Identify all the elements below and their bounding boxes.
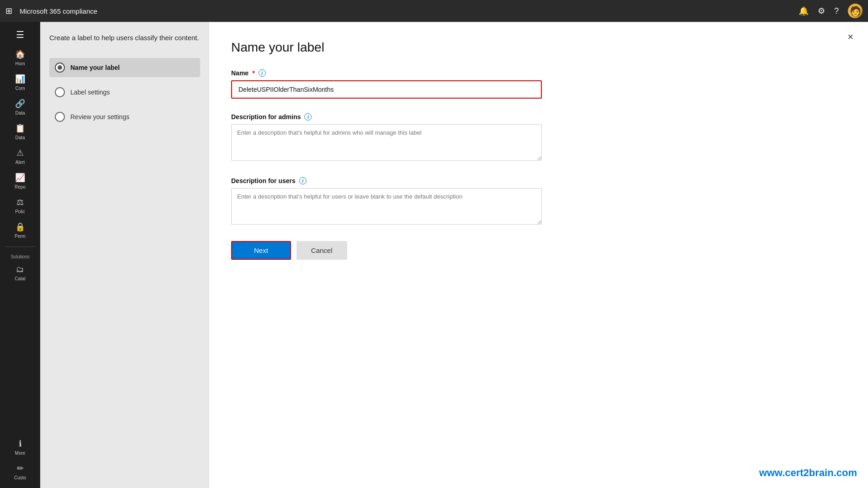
- btn-row: Next Cancel: [231, 241, 846, 260]
- help-icon[interactable]: ?: [834, 6, 839, 16]
- wizard-panel: Create a label to help users classify th…: [40, 22, 209, 488]
- solutions-label: Solutions: [0, 251, 40, 261]
- form-panel: Name your label Name * i Description for…: [209, 22, 868, 488]
- name-info-icon[interactable]: i: [259, 69, 266, 77]
- admin-desc-label: Description for admins: [231, 113, 301, 121]
- name-input[interactable]: [233, 82, 540, 97]
- wizard-step-settings[interactable]: Label settings: [49, 83, 200, 102]
- topbar: ⊞ Microsoft 365 compliance 🔔 ⚙ ? 🧑: [0, 0, 868, 22]
- name-group: Name * i: [231, 69, 542, 99]
- wizard-step-circle-2: [55, 87, 65, 97]
- hamburger-icon[interactable]: ☰: [0, 26, 40, 44]
- next-button[interactable]: Next: [231, 241, 291, 260]
- wizard-description: Create a label to help users classify th…: [49, 33, 200, 43]
- user-desc-textarea[interactable]: [231, 188, 542, 225]
- sidebar-divider: [5, 247, 35, 247]
- topbar-icons: 🔔 ⚙ ? 🧑: [799, 4, 863, 18]
- sidebar: ☰ 🏠 Hom 📊 Com 🔗 Data 📋 Data ⚠ Alert 📈 Re…: [0, 22, 40, 488]
- admin-desc-textarea[interactable]: [231, 124, 542, 161]
- sidebar-item-permissions[interactable]: 🔒 Perm: [0, 218, 40, 243]
- sidebar-item-home[interactable]: 🏠 Hom: [0, 46, 40, 70]
- wizard-step-name[interactable]: Name your label: [49, 58, 200, 77]
- sidebar-item-more[interactable]: ℹ More: [0, 435, 40, 460]
- sidebar-item-customize[interactable]: ✏ Custo: [0, 460, 40, 484]
- user-desc-label-row: Description for users i: [231, 177, 542, 184]
- sidebar-item-data1[interactable]: 🔗 Data: [0, 95, 40, 120]
- user-desc-label: Description for users: [231, 177, 296, 184]
- wizard-step-review[interactable]: Review your settings: [49, 107, 200, 126]
- name-label-row: Name * i: [231, 69, 542, 77]
- bell-icon[interactable]: 🔔: [799, 6, 809, 16]
- grid-icon[interactable]: ⊞: [5, 6, 12, 16]
- avatar[interactable]: 🧑: [848, 4, 863, 18]
- close-button[interactable]: ×: [844, 29, 857, 45]
- sidebar-item-reports[interactable]: 📈 Repo: [0, 169, 40, 194]
- settings-icon[interactable]: ⚙: [818, 6, 825, 16]
- sidebar-item-catalog[interactable]: 🗂 Catal: [0, 261, 40, 285]
- content-area: × Name your label Name * i Description f…: [209, 22, 868, 488]
- name-label: Name: [231, 69, 249, 77]
- wizard-step-circle-3: [55, 112, 65, 122]
- sidebar-item-alerts[interactable]: ⚠ Alert: [0, 144, 40, 169]
- sidebar-item-data2[interactable]: 📋 Data: [0, 120, 40, 144]
- wizard-step-label-3: Review your settings: [70, 113, 129, 121]
- app-title: Microsoft 365 compliance: [20, 7, 793, 15]
- admin-desc-label-row: Description for admins i: [231, 113, 542, 121]
- wizard-step-label-2: Label settings: [70, 89, 110, 96]
- admin-desc-group: Description for admins i: [231, 113, 542, 163]
- sidebar-item-policies[interactable]: ⚖ Polic: [0, 194, 40, 218]
- wizard-step-circle-1: [55, 63, 65, 73]
- wizard-step-label-1: Name your label: [70, 64, 120, 71]
- user-desc-group: Description for users i: [231, 177, 542, 226]
- sidebar-item-compliance[interactable]: 📊 Com: [0, 70, 40, 95]
- main-layout: ☰ 🏠 Hom 📊 Com 🔗 Data 📋 Data ⚠ Alert 📈 Re…: [0, 22, 868, 488]
- user-desc-info-icon[interactable]: i: [299, 177, 307, 184]
- cancel-button[interactable]: Cancel: [296, 241, 347, 260]
- form-title: Name your label: [231, 40, 846, 55]
- required-star: *: [252, 69, 254, 77]
- name-input-wrapper: [231, 80, 542, 99]
- admin-desc-info-icon[interactable]: i: [304, 113, 312, 121]
